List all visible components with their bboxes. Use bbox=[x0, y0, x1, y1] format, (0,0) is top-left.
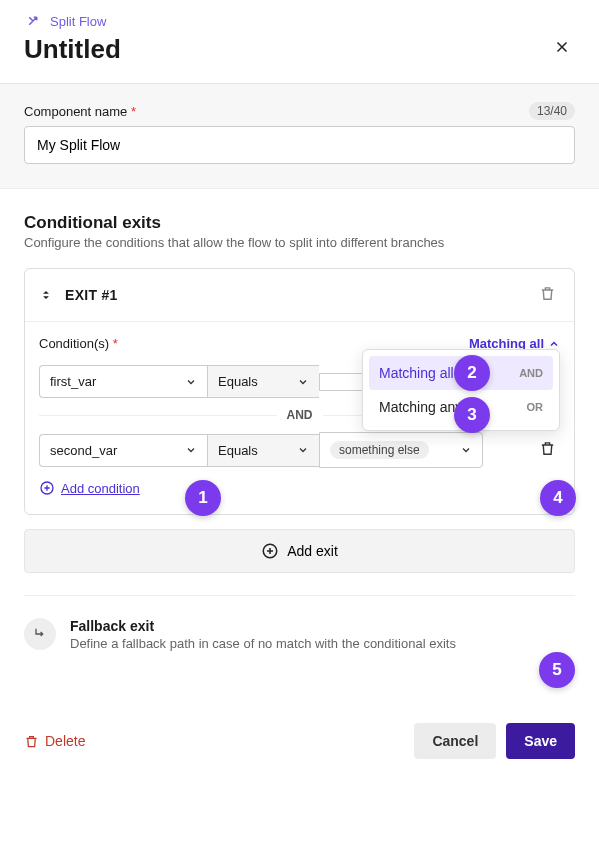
variable-select[interactable]: second_var bbox=[39, 434, 207, 467]
chevron-down-icon bbox=[460, 444, 472, 456]
add-exit-button[interactable]: Add exit bbox=[24, 529, 575, 573]
save-button[interactable]: Save bbox=[506, 723, 575, 759]
chevron-up-icon bbox=[548, 338, 560, 350]
component-name-label: Component name * bbox=[24, 104, 136, 119]
add-condition-button[interactable]: Add condition bbox=[39, 480, 140, 496]
delete-exit-button[interactable] bbox=[535, 281, 560, 309]
footer: Delete Cancel Save bbox=[0, 705, 599, 777]
trash-icon bbox=[24, 734, 39, 749]
close-button[interactable] bbox=[549, 34, 575, 63]
fallback-title: Fallback exit bbox=[70, 618, 456, 634]
page-title: Untitled bbox=[24, 34, 575, 65]
marker-4: 4 bbox=[540, 480, 576, 516]
variable-select[interactable]: first_var bbox=[39, 365, 207, 398]
cancel-button[interactable]: Cancel bbox=[414, 723, 496, 759]
chevron-down-icon bbox=[297, 376, 309, 388]
component-type-label: Split Flow bbox=[50, 14, 106, 29]
conditional-exits-subtitle: Configure the conditions that allow the … bbox=[24, 235, 575, 250]
exit-card: EXIT #1 Condition(s) * Matching all firs… bbox=[24, 268, 575, 515]
chevron-down-icon bbox=[185, 444, 197, 456]
trash-icon bbox=[539, 285, 556, 302]
condition-row: second_var Equals something else bbox=[39, 432, 560, 468]
delete-condition-button[interactable] bbox=[535, 436, 560, 464]
plus-circle-icon bbox=[39, 480, 55, 496]
fallback-exit-section: Fallback exit Define a fallback path in … bbox=[24, 618, 575, 651]
conditional-exits-title: Conditional exits bbox=[24, 213, 575, 233]
collapse-icon[interactable] bbox=[39, 288, 53, 302]
plus-circle-icon bbox=[261, 542, 279, 560]
delete-button[interactable]: Delete bbox=[24, 733, 85, 749]
marker-5: 5 bbox=[539, 652, 575, 688]
component-name-section: Component name * 13/40 bbox=[0, 84, 599, 189]
fallback-icon-wrap bbox=[24, 618, 56, 650]
marker-2: 2 bbox=[454, 355, 490, 391]
exit-name: EXIT #1 bbox=[65, 287, 118, 303]
value-pill: something else bbox=[330, 441, 429, 459]
operator-select[interactable]: Equals bbox=[207, 434, 319, 467]
marker-3: 3 bbox=[454, 397, 490, 433]
conditions-label: Condition(s) * bbox=[39, 336, 118, 351]
close-icon bbox=[553, 38, 571, 56]
trash-icon bbox=[539, 440, 556, 457]
component-name-input[interactable] bbox=[24, 126, 575, 164]
chevron-down-icon bbox=[185, 376, 197, 388]
operator-select[interactable]: Equals bbox=[207, 365, 319, 398]
marker-1: 1 bbox=[185, 480, 221, 516]
chevron-down-icon bbox=[297, 444, 309, 456]
fallback-subtitle: Define a fallback path in case of no mat… bbox=[70, 636, 456, 651]
split-flow-icon bbox=[24, 12, 42, 30]
char-counter: 13/40 bbox=[529, 102, 575, 120]
fallback-arrow-icon bbox=[32, 626, 48, 642]
panel-header: Split Flow Untitled bbox=[0, 0, 599, 84]
value-select[interactable]: something else bbox=[319, 432, 483, 468]
